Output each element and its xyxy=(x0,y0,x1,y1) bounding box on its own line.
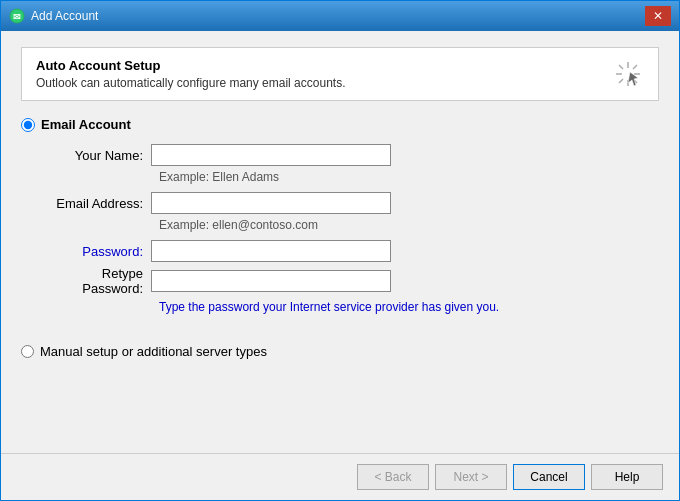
your-name-label: Your Name: xyxy=(41,148,151,163)
retype-password-input[interactable] xyxy=(151,270,391,292)
app-icon: ✉ xyxy=(9,8,25,24)
manual-setup-radio[interactable] xyxy=(21,345,34,358)
email-address-label: Email Address: xyxy=(41,196,151,211)
svg-text:✉: ✉ xyxy=(13,12,21,22)
your-name-hint: Example: Ellen Adams xyxy=(159,170,659,184)
email-account-label: Email Account xyxy=(41,117,131,132)
help-button[interactable]: Help xyxy=(591,464,663,490)
auto-setup-header: Auto Account Setup Outlook can automatic… xyxy=(21,47,659,101)
password-hint: Type the password your Internet service … xyxy=(159,300,659,314)
your-name-row: Your Name: xyxy=(41,144,659,166)
email-address-row: Email Address: xyxy=(41,192,659,214)
password-row: Password: xyxy=(41,240,659,262)
content-area: Auto Account Setup Outlook can automatic… xyxy=(1,31,679,453)
svg-line-9 xyxy=(619,79,623,83)
next-button[interactable]: Next > xyxy=(435,464,507,490)
manual-setup-section: Manual setup or additional server types xyxy=(21,344,659,359)
email-account-radio-label[interactable]: Email Account xyxy=(21,117,659,132)
svg-line-6 xyxy=(619,65,623,69)
retype-password-row: Retype Password: xyxy=(41,266,659,296)
password-label: Password: xyxy=(41,244,151,259)
email-account-section: Email Account Your Name: Example: Ellen … xyxy=(21,117,659,330)
email-address-input[interactable] xyxy=(151,192,391,214)
close-button[interactable]: ✕ xyxy=(645,6,671,26)
manual-setup-label[interactable]: Manual setup or additional server types xyxy=(40,344,267,359)
back-button[interactable]: < Back xyxy=(357,464,429,490)
password-input[interactable] xyxy=(151,240,391,262)
footer: < Back Next > Cancel Help xyxy=(1,453,679,500)
email-account-radio[interactable] xyxy=(21,118,35,132)
cursor-icon xyxy=(612,58,644,90)
retype-password-label: Retype Password: xyxy=(41,266,151,296)
title-bar: ✉ Add Account ✕ xyxy=(1,1,679,31)
svg-line-8 xyxy=(633,65,637,69)
auto-setup-title: Auto Account Setup xyxy=(36,58,346,73)
cancel-button[interactable]: Cancel xyxy=(513,464,585,490)
title-bar-text: Add Account xyxy=(31,9,639,23)
email-address-hint: Example: ellen@contoso.com xyxy=(159,218,659,232)
email-account-form: Your Name: Example: Ellen Adams Email Ad… xyxy=(41,144,659,314)
dialog-window: ✉ Add Account ✕ Auto Account Setup Outlo… xyxy=(0,0,680,501)
auto-setup-description: Outlook can automatically configure many… xyxy=(36,76,346,90)
your-name-input[interactable] xyxy=(151,144,391,166)
